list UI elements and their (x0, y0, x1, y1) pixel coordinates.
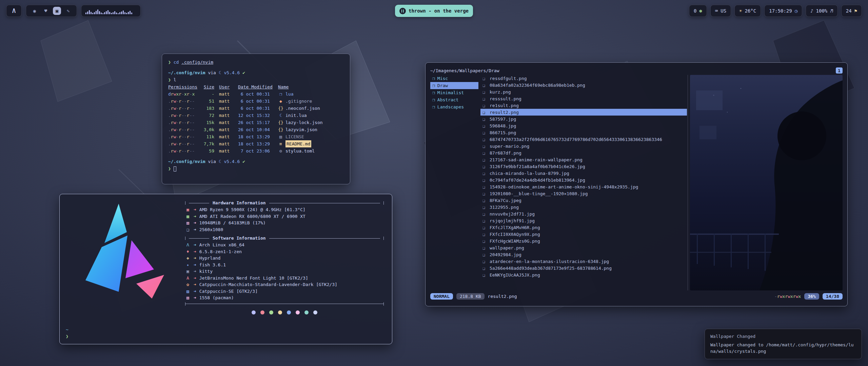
terminal-color-palette (185, 310, 384, 314)
visualizer-bar (114, 11, 115, 14)
file-row[interactable]: ❏ 19201080-__blue-tinge__-1920×1080.jpg (480, 190, 687, 197)
visualizer-bar (130, 11, 131, 14)
fetch-value: Arch Linux x86_64 (199, 242, 244, 248)
file-row[interactable]: ❏ 587597.jpg (480, 116, 687, 122)
file-row[interactable]: ❏ 217167-sad-anime-rain-wallpaper.png (480, 156, 687, 163)
file-row[interactable]: ❏ 596848.jpg (480, 122, 687, 129)
file-row[interactable]: ❏ rsjqojlmjhf91.jpg (480, 217, 687, 224)
volume-widget[interactable]: ♪ 100% ♬ (806, 5, 838, 17)
file-row[interactable]: ❏ 3122955.png (480, 204, 687, 210)
tab-badge[interactable]: 1 (836, 67, 843, 74)
sidebar-folder-item[interactable]: ❐ Abstract (430, 96, 478, 103)
file-row[interactable]: ❏ ressdfgult.png (480, 75, 687, 82)
speaker-icon: ♪ (810, 8, 813, 14)
file-row[interactable]: ❏ FXfcJlTXgAMvH6R.png (480, 224, 687, 231)
software-icon: Λ (185, 242, 191, 248)
file-row[interactable]: ❏ 87r687df.png (480, 149, 687, 156)
visualizer-bar (89, 10, 90, 14)
sidebar-folder-item[interactable]: ❐ Landscapes (430, 103, 478, 110)
file-name: init.lua (285, 112, 307, 119)
file-row[interactable]: ❏ FXfcHgcWIAMzs0G.png (480, 238, 687, 244)
file-type-icon: ❐ (278, 90, 283, 98)
image-file-icon: ❏ (482, 239, 487, 244)
via-label: via (208, 159, 216, 164)
file-row[interactable]: ❏ EeNKYgIUcAAJ5JX.png (480, 271, 687, 278)
software-icon: ▣ (185, 268, 191, 275)
sidebar-folder-item[interactable]: ❐ Misc (430, 75, 478, 82)
file-row[interactable]: ❏ 08a634fa02a32364f69ebc86a98eb1eb.png (480, 82, 687, 88)
top-bar-right-cluster: 0 ✽ ⌨ US ☀ 26°C 17:50:29 ◷ ♪ 100% ♬ 24 ⚑ (689, 5, 862, 17)
workspace-item[interactable]: ♥ (42, 7, 50, 15)
file-row[interactable]: ❏ 8FKa7Cu.jpeg (480, 197, 687, 204)
file-row[interactable]: ❏ 20492984.jpg (480, 251, 687, 258)
file-row[interactable]: ❏ 0c794faf07de24a4db4d4fb1eb813964.jpg (480, 177, 687, 183)
terminal-input-line[interactable]: ❯ (168, 165, 344, 172)
sidebar-folder-item[interactable]: ❐ Draw (430, 82, 478, 89)
updates-widget[interactable]: 0 ✽ (689, 5, 707, 17)
keyboard-layout-widget[interactable]: ⌨ US (710, 5, 731, 17)
notification-popup[interactable]: Wallpaper Changed Wallpaper changed to /… (705, 329, 862, 359)
file-row[interactable]: ❏ FXfcII0X0AQyn9X.png (480, 231, 687, 238)
file-row[interactable]: ❏ result2.png (480, 109, 687, 116)
image-file-icon: ❏ (482, 144, 487, 149)
file-row[interactable]: ❏ resssult.png (480, 95, 687, 102)
file-size: 183 (201, 105, 214, 112)
file-permissions: .rw-r--r-- (168, 126, 197, 133)
sidebar-folder-item[interactable]: ❐ Minimalist (430, 89, 478, 96)
lua-version: v5.4.6 (224, 159, 240, 164)
fetch-prompt-block[interactable]: ~ ❯ (66, 326, 68, 340)
fetch-terminal-window[interactable]: Hardware Information ▣ ➜ AMD Ryzen 9 590… (59, 194, 392, 344)
check-icon: ✔ (242, 159, 245, 164)
weather-widget[interactable]: ☀ 26°C (734, 5, 761, 17)
folder-name: Misc (437, 76, 448, 81)
folder-icon: ❐ (432, 90, 435, 95)
kitty-terminal-window[interactable]: ❯ cd .config/nvim ~/.config/nvim via ☾ v… (162, 54, 350, 184)
image-file-icon: ❏ (482, 245, 487, 250)
media-player-widget[interactable]: thrown - on the verge (395, 5, 473, 17)
fetch-software-line: ♦ ➜ 6.5.8-zen1-1-zen (185, 248, 384, 255)
breadcrumb-path: ~/Imagenes/Wallpapers/Draw (430, 68, 499, 73)
audio-visualizer-widget[interactable] (81, 5, 141, 17)
visualizer-bar (126, 13, 127, 14)
file-manager-window[interactable]: ~/Imagenes/Wallpapers/Draw 1 ❐ Misc ❐ Dr… (425, 62, 848, 306)
file-row[interactable]: ❏ 3126f7e9bbf21a8a4af0b67b041c6e26.jpg (480, 163, 687, 170)
file-size: 72 (201, 112, 214, 119)
file-row[interactable]: ❏ kurz.png (480, 88, 687, 95)
file-name: 5a266e448add93deab367d87173e9f25-6837886… (490, 266, 612, 271)
image-file-icon: ❏ (482, 198, 487, 203)
clock-widget[interactable]: 17:50:29 ◷ (764, 5, 802, 17)
file-row[interactable]: ❏ atardecer-en-la-montanas-ilustracion-6… (480, 258, 687, 265)
visualizer-bar (111, 13, 112, 14)
file-name: nnvuv0xj2df71.jpg (490, 211, 535, 217)
app-launcher-button[interactable]: Λ (6, 5, 22, 17)
sun-icon: ☀ (739, 8, 742, 14)
file-row[interactable]: ❏ re1sult.png (480, 102, 687, 109)
file-owner: matt (219, 90, 233, 98)
arrow-icon: ➜ (194, 242, 196, 248)
file-row[interactable]: ❏ 154928-odinokoe_anime-art-anime-okno-s… (480, 183, 687, 190)
scroll-percent-badge: 36% (804, 293, 819, 300)
command-arg: .config/nvim (181, 60, 213, 65)
file-name: ressdfgult.png (490, 76, 527, 81)
file-row[interactable]: ❏ chica-mirando-la-luna-8799.jpg (480, 170, 687, 177)
file-name: LICENSE (285, 133, 304, 140)
keyboard-layout-label: US (721, 8, 726, 14)
workspace-item[interactable]: ▣ (53, 7, 61, 15)
file-row[interactable]: ❏ 866715.png (480, 129, 687, 136)
file-type-icon: ▤ (278, 133, 283, 140)
file-row[interactable]: ❏ nnvuv0xj2df71.jpg (480, 210, 687, 217)
notifications-widget[interactable]: 24 ⚑ (841, 5, 862, 17)
workspace-icon: ♥ (44, 8, 47, 14)
file-owner: matt (219, 105, 233, 112)
file-row[interactable]: ❏ 68747470733a2f2f696d616765732d7769786d… (480, 136, 687, 143)
check-icon: ✔ (242, 70, 245, 75)
file-row[interactable]: ❏ super-mario.png (480, 143, 687, 149)
workspace-item[interactable]: ✎ (64, 7, 72, 15)
file-row[interactable]: ❏ 5a266e448add93deab367d87173e9f25-68378… (480, 265, 687, 271)
software-icon: A (185, 275, 191, 282)
arrow-icon: ➜ (194, 281, 196, 288)
visualizer-bar (107, 10, 108, 14)
file-row[interactable]: ❏ wallpaper.png (480, 244, 687, 251)
fetch-value: Hyprland (199, 255, 221, 262)
workspace-item[interactable]: ◉ (31, 7, 39, 15)
